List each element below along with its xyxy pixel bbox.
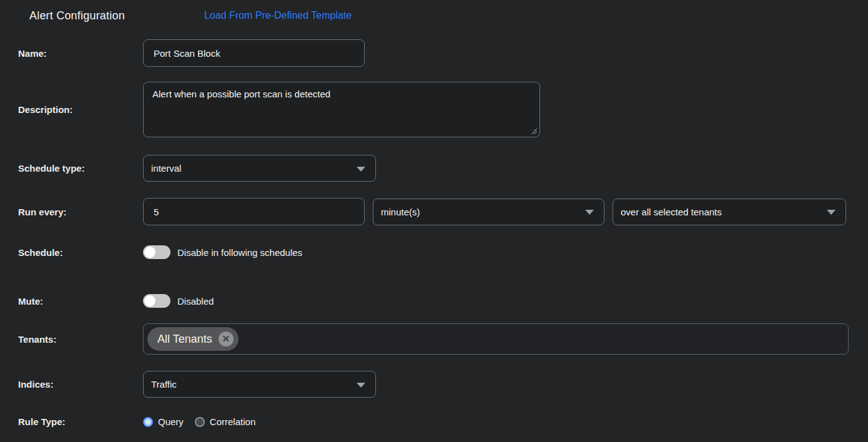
indices-value: Traffic [151,379,177,390]
tenant-chip: All Tenants ✕ [147,327,239,351]
schedule-type-row: Schedule type: interval [18,155,868,182]
rule-type-option-query[interactable]: Query [143,416,184,427]
schedule-toggle-label: Disable in following schedules [177,247,302,258]
tenant-chip-label: All Tenants [157,333,212,346]
description-row: Description: Alert when a possible port … [18,82,868,137]
rule-type-radio-group: Query Correlation [143,416,267,427]
tenants-multiselect[interactable]: All Tenants ✕ [143,323,849,355]
radio-icon [143,417,153,427]
chevron-down-icon [357,383,365,388]
toggle-knob [144,247,155,258]
indices-row: Indices: Traffic [18,371,868,398]
name-input[interactable] [143,39,365,67]
toggle-knob [144,295,155,307]
tenants-label: Tenants: [18,334,143,345]
chevron-down-icon [357,167,365,172]
run-every-input[interactable] [143,198,365,225]
schedule-toggle[interactable] [143,245,170,259]
mute-label: Mute: [18,296,143,307]
schedule-type-label: Schedule type: [18,163,143,174]
mute-row: Mute: Disabled [18,294,868,308]
page-title: Alert Configuration [29,9,125,22]
page-header: Alert Configuration Load From Pre-Define… [0,0,868,22]
run-every-scope-value: over all selected tenants [621,207,722,217]
run-every-row: Run every: minute(s) over all selected t… [18,198,868,225]
x-circle-icon[interactable]: ✕ [219,332,234,346]
name-row: Name: [18,39,868,67]
mute-toggle-label: Disabled [177,296,214,307]
indices-select[interactable]: Traffic [143,371,376,398]
chevron-down-icon [585,210,594,215]
run-every-scope-select[interactable]: over all selected tenants [613,199,846,225]
rule-type-option-correlation[interactable]: Correlation [195,416,255,427]
name-label: Name: [18,48,143,59]
indices-label: Indices: [18,379,143,390]
rule-type-option-correlation-label: Correlation [210,416,255,427]
schedule-type-select[interactable]: interval [143,155,376,182]
description-text: Alert when a possible port scan is detec… [152,89,330,99]
run-every-label: Run every: [18,207,143,217]
alert-configuration-page: Alert Configuration Load From Pre-Define… [0,0,868,442]
load-template-link[interactable]: Load From Pre-Defined Template [204,10,352,21]
description-textarea[interactable]: Alert when a possible port scan is detec… [143,82,540,137]
tenants-row: Tenants: All Tenants ✕ [18,323,868,355]
rule-type-row: Rule Type: Query Correlation [18,416,868,427]
description-label: Description: [18,104,143,115]
chevron-down-icon [827,210,836,215]
radio-icon [195,417,205,427]
textarea-resize-handle[interactable] [531,128,537,134]
run-every-unit-value: minute(s) [381,207,420,217]
rule-type-option-query-label: Query [158,416,184,427]
rule-type-label: Rule Type: [18,416,143,427]
schedule-type-value: interval [151,163,181,174]
mute-toggle[interactable] [143,294,170,308]
schedule-label: Schedule: [18,247,143,258]
run-every-unit-select[interactable]: minute(s) [373,199,604,225]
schedule-row: Schedule: Disable in following schedules [18,245,868,259]
